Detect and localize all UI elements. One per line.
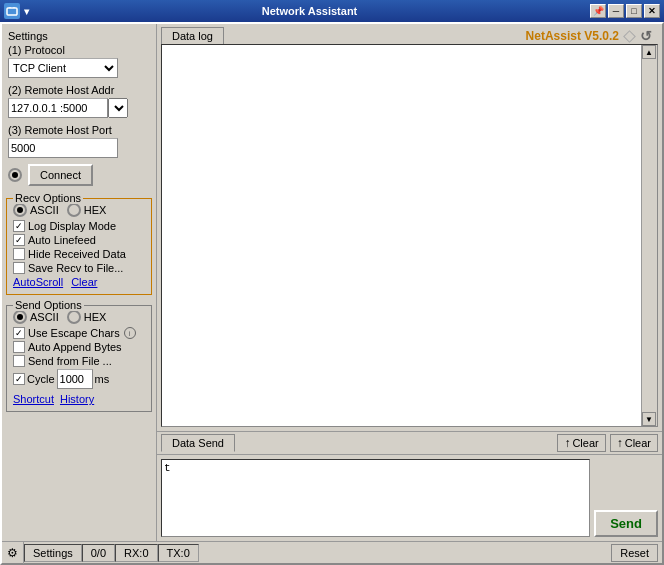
protocol-select[interactable]: TCP Client	[8, 58, 118, 78]
host-addr-row: ▾	[8, 98, 150, 118]
shortcut-link[interactable]: Shortcut	[13, 393, 54, 405]
cycle-unit-label: ms	[95, 373, 110, 385]
right-panel: Data log NetAssist V5.0.2 ↺ ▲ ▼	[157, 24, 662, 541]
recv-ascii-label: ASCII	[30, 204, 59, 216]
send-from-label: Send from File ...	[28, 355, 112, 367]
diamond-icon	[623, 30, 636, 43]
arrow-up-icon: ↑	[564, 436, 570, 450]
shortcut-history-row: Shortcut History	[13, 393, 145, 405]
content-area: Settings (1) Protocol TCP Client (2) Rem…	[2, 24, 662, 541]
auto-append-label: Auto Append Bytes	[28, 341, 122, 353]
data-send-tab[interactable]: Data Send	[161, 434, 235, 452]
send-toolbar-right: ↑ Clear ↑ Clear	[557, 434, 658, 452]
send-clear-btn-2[interactable]: ↑ Clear	[610, 434, 658, 452]
data-log-area: Data log NetAssist V5.0.2 ↺ ▲ ▼	[157, 24, 662, 431]
auto-append-check	[13, 341, 25, 353]
recv-options-title: Recv Options	[13, 192, 83, 204]
hide-received-checkbox[interactable]: Hide Received Data	[13, 248, 145, 260]
remote-host-input[interactable]	[8, 98, 108, 118]
scroll-up-btn[interactable]: ▲	[642, 45, 656, 59]
titlebar-left: ▾	[4, 3, 29, 19]
settings-label: Settings	[8, 30, 150, 42]
log-display-label: Log Display Mode	[28, 220, 116, 232]
auto-append-checkbox[interactable]: Auto Append Bytes	[13, 341, 145, 353]
escape-info-icon[interactable]: i	[124, 327, 136, 339]
scroll-down-btn[interactable]: ▼	[642, 412, 656, 426]
arrow-icon: ↺	[640, 28, 652, 44]
recv-hex-label: HEX	[84, 204, 107, 216]
minimize-button[interactable]: ─	[608, 4, 624, 18]
cycle-value-input[interactable]	[57, 369, 93, 389]
history-link[interactable]: History	[60, 393, 94, 405]
use-escape-checkbox[interactable]: Use Escape Chars i	[13, 327, 145, 339]
send-ascii-indicator	[13, 310, 27, 324]
use-escape-label: Use Escape Chars	[28, 327, 120, 339]
close-button[interactable]: ✕	[644, 4, 660, 18]
send-from-check	[13, 355, 25, 367]
autoscroll-row: AutoScroll Clear	[13, 276, 145, 288]
log-display-checkbox[interactable]: Log Display Mode	[13, 220, 145, 232]
send-button[interactable]: Send	[594, 510, 658, 537]
recv-ascii-radio[interactable]: ASCII	[13, 203, 59, 217]
connect-button[interactable]: Connect	[28, 164, 93, 186]
send-options-group: Send Options ASCII HEX Use Escape Chars …	[6, 305, 152, 412]
send-options-title: Send Options	[13, 299, 84, 311]
hide-received-label: Hide Received Data	[28, 248, 126, 260]
connect-radio-indicator	[8, 168, 22, 182]
svg-rect-0	[7, 8, 17, 15]
data-log-content: ▲ ▼	[161, 44, 658, 427]
recv-clear-link[interactable]: Clear	[71, 276, 97, 288]
main-window: Settings (1) Protocol TCP Client (2) Rem…	[0, 22, 664, 565]
auto-linefeed-check	[13, 234, 25, 246]
window-controls: 📌 ─ □ ✕	[590, 4, 660, 18]
host-addr-dropdown[interactable]: ▾	[108, 98, 128, 118]
maximize-button[interactable]: □	[626, 4, 642, 18]
auto-linefeed-checkbox[interactable]: Auto Linefeed	[13, 234, 145, 246]
titlebar: ▾ Network Assistant 📌 ─ □ ✕	[0, 0, 664, 22]
send-ascii-label: ASCII	[30, 311, 59, 323]
remote-host-label: (2) Remote Host Addr	[8, 84, 150, 96]
send-input-row: t Send	[157, 455, 662, 541]
hide-received-check	[13, 248, 25, 260]
data-send-tab-bar: Data Send ↑ Clear ↑ Clear	[157, 432, 662, 455]
data-log-tab-bar: Data log NetAssist V5.0.2 ↺	[157, 24, 662, 44]
app-icon	[4, 3, 20, 19]
send-textarea[interactable]: t	[161, 459, 590, 537]
recv-encoding-row: ASCII HEX	[13, 203, 145, 217]
clear-label-2: Clear	[625, 437, 651, 449]
remote-port-input[interactable]	[8, 138, 118, 158]
recv-hex-radio[interactable]: HEX	[67, 203, 107, 217]
ratio-status: 0/0	[82, 544, 115, 562]
data-log-tab[interactable]: Data log	[161, 27, 224, 45]
cycle-check	[13, 373, 25, 385]
statusbar: ⚙ Settings 0/0 RX:0 TX:0 Reset	[2, 541, 662, 563]
send-hex-indicator	[67, 310, 81, 324]
reset-button[interactable]: Reset	[611, 544, 658, 562]
cycle-label: Cycle	[27, 373, 55, 385]
log-scrollbar[interactable]: ▲ ▼	[641, 45, 657, 426]
titlebar-menu-icon[interactable]: ▾	[24, 6, 29, 17]
save-recv-checkbox[interactable]: Save Recv to File...	[13, 262, 145, 274]
protocol-label: (1) Protocol	[8, 44, 150, 56]
remote-port-label: (3) Remote Host Port	[8, 124, 150, 136]
send-clear-btn-1[interactable]: ↑ Clear	[557, 434, 605, 452]
send-from-checkbox[interactable]: Send from File ...	[13, 355, 145, 367]
send-hex-label: HEX	[84, 311, 107, 323]
log-display-check	[13, 220, 25, 232]
send-hex-radio[interactable]: HEX	[67, 310, 107, 324]
save-recv-check	[13, 262, 25, 274]
version-label: NetAssist V5.0.2	[526, 29, 619, 43]
use-escape-check	[13, 327, 25, 339]
send-encoding-row: ASCII HEX	[13, 310, 145, 324]
autoscroll-link[interactable]: AutoScroll	[13, 276, 63, 288]
titlebar-title: Network Assistant	[262, 5, 358, 17]
settings-section: Settings (1) Protocol TCP Client (2) Rem…	[6, 28, 152, 188]
recv-ascii-indicator	[13, 203, 27, 217]
recv-options-group: Recv Options ASCII HEX Log Display Mode	[6, 198, 152, 295]
cycle-row: Cycle ms	[13, 369, 145, 389]
settings-status-label: Settings	[24, 544, 82, 562]
pin-button[interactable]: 📌	[590, 4, 606, 18]
left-panel: Settings (1) Protocol TCP Client (2) Rem…	[2, 24, 157, 541]
send-ascii-radio[interactable]: ASCII	[13, 310, 59, 324]
rx-status: RX:0	[115, 544, 157, 562]
